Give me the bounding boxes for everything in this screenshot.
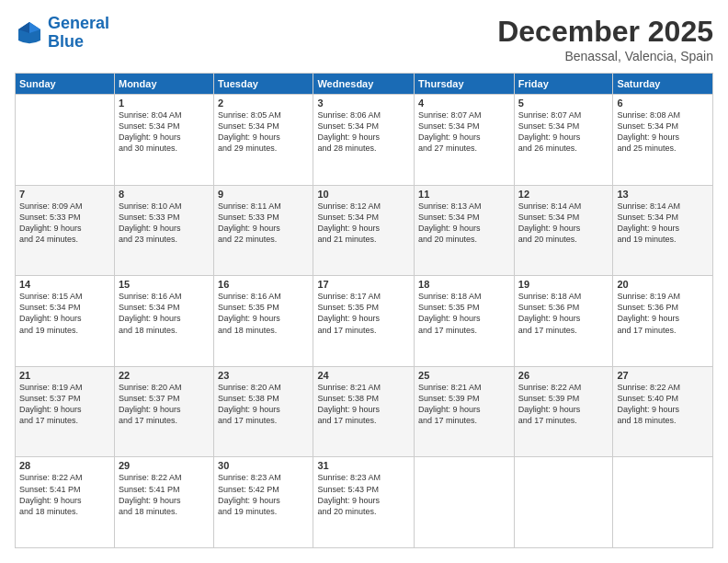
table-row: 20Sunrise: 8:19 AM Sunset: 5:36 PM Dayli… [613, 276, 713, 367]
table-row [514, 457, 613, 548]
day-number: 23 [218, 370, 309, 381]
table-row [16, 95, 115, 186]
day-number: 16 [218, 279, 309, 290]
day-number: 27 [617, 370, 709, 381]
day-info: Sunrise: 8:07 AM Sunset: 5:34 PM Dayligh… [518, 109, 609, 155]
day-info: Sunrise: 8:20 AM Sunset: 5:38 PM Dayligh… [218, 382, 309, 427]
day-info: Sunrise: 8:17 AM Sunset: 5:35 PM Dayligh… [317, 291, 410, 336]
calendar-table: Sunday Monday Tuesday Wednesday Thursday… [15, 73, 713, 548]
day-number: 17 [317, 279, 410, 290]
table-row: 13Sunrise: 8:14 AM Sunset: 5:34 PM Dayli… [613, 185, 713, 276]
table-row [613, 457, 713, 548]
table-row: 29Sunrise: 8:22 AM Sunset: 5:41 PM Dayli… [114, 457, 213, 548]
table-row: 25Sunrise: 8:21 AM Sunset: 5:39 PM Dayli… [415, 366, 515, 457]
day-number: 25 [418, 370, 510, 381]
day-number: 20 [617, 279, 709, 290]
logo: General Blue [15, 15, 109, 52]
table-row: 27Sunrise: 8:22 AM Sunset: 5:40 PM Dayli… [613, 366, 713, 457]
day-info: Sunrise: 8:16 AM Sunset: 5:34 PM Dayligh… [119, 291, 210, 336]
day-info: Sunrise: 8:15 AM Sunset: 5:34 PM Dayligh… [19, 291, 110, 336]
day-info: Sunrise: 8:08 AM Sunset: 5:34 PM Dayligh… [617, 109, 709, 155]
logo-line1: General [48, 14, 109, 32]
day-number: 31 [317, 460, 410, 471]
table-row: 23Sunrise: 8:20 AM Sunset: 5:38 PM Dayli… [214, 366, 313, 457]
table-row [415, 457, 515, 548]
day-number: 19 [518, 279, 609, 290]
day-number: 22 [119, 370, 210, 381]
day-info: Sunrise: 8:22 AM Sunset: 5:41 PM Dayligh… [119, 472, 210, 517]
table-row: 30Sunrise: 8:23 AM Sunset: 5:42 PM Dayli… [214, 457, 313, 548]
logo-text: General Blue [48, 15, 109, 52]
day-number: 3 [317, 98, 410, 109]
title-block: December 2025 Benassal, Valencia, Spain [497, 15, 713, 63]
header-row: Sunday Monday Tuesday Wednesday Thursday… [16, 74, 713, 95]
day-info: Sunrise: 8:18 AM Sunset: 5:36 PM Dayligh… [518, 291, 609, 336]
page: General Blue December 2025 Benassal, Val… [0, 0, 728, 563]
logo-icon [15, 18, 44, 48]
table-row: 28Sunrise: 8:22 AM Sunset: 5:41 PM Dayli… [16, 457, 115, 548]
table-row: 12Sunrise: 8:14 AM Sunset: 5:34 PM Dayli… [514, 185, 613, 276]
day-info: Sunrise: 8:19 AM Sunset: 5:36 PM Dayligh… [617, 291, 709, 336]
table-row: 24Sunrise: 8:21 AM Sunset: 5:38 PM Dayli… [313, 366, 415, 457]
table-row: 16Sunrise: 8:16 AM Sunset: 5:35 PM Dayli… [214, 276, 313, 367]
col-header-friday: Friday [514, 74, 613, 95]
day-info: Sunrise: 8:05 AM Sunset: 5:34 PM Dayligh… [218, 109, 309, 155]
day-number: 24 [317, 370, 410, 381]
day-number: 8 [119, 189, 210, 200]
table-row: 2Sunrise: 8:05 AM Sunset: 5:34 PM Daylig… [214, 95, 313, 186]
col-header-tuesday: Tuesday [214, 74, 313, 95]
table-row: 19Sunrise: 8:18 AM Sunset: 5:36 PM Dayli… [514, 276, 613, 367]
table-row: 22Sunrise: 8:20 AM Sunset: 5:37 PM Dayli… [114, 366, 213, 457]
day-info: Sunrise: 8:12 AM Sunset: 5:34 PM Dayligh… [317, 201, 410, 246]
day-number: 9 [218, 189, 309, 200]
day-info: Sunrise: 8:20 AM Sunset: 5:37 PM Dayligh… [119, 382, 210, 427]
day-number: 28 [19, 460, 110, 471]
day-number: 29 [119, 460, 210, 471]
table-row: 9Sunrise: 8:11 AM Sunset: 5:33 PM Daylig… [214, 185, 313, 276]
col-header-thursday: Thursday [415, 74, 515, 95]
day-info: Sunrise: 8:18 AM Sunset: 5:35 PM Dayligh… [418, 291, 510, 336]
day-number: 6 [617, 98, 709, 109]
day-number: 15 [119, 279, 210, 290]
table-row: 6Sunrise: 8:08 AM Sunset: 5:34 PM Daylig… [613, 95, 713, 186]
col-header-wednesday: Wednesday [313, 74, 415, 95]
table-row: 26Sunrise: 8:22 AM Sunset: 5:39 PM Dayli… [514, 366, 613, 457]
table-row: 31Sunrise: 8:23 AM Sunset: 5:43 PM Dayli… [313, 457, 415, 548]
table-row: 1Sunrise: 8:04 AM Sunset: 5:34 PM Daylig… [114, 95, 213, 186]
table-row: 21Sunrise: 8:19 AM Sunset: 5:37 PM Dayli… [16, 366, 115, 457]
day-info: Sunrise: 8:16 AM Sunset: 5:35 PM Dayligh… [218, 291, 309, 336]
table-row: 10Sunrise: 8:12 AM Sunset: 5:34 PM Dayli… [313, 185, 415, 276]
logo-line2: Blue [48, 32, 84, 51]
table-row: 7Sunrise: 8:09 AM Sunset: 5:33 PM Daylig… [16, 185, 115, 276]
day-number: 11 [418, 189, 510, 200]
table-row: 14Sunrise: 8:15 AM Sunset: 5:34 PM Dayli… [16, 276, 115, 367]
col-header-saturday: Saturday [613, 74, 713, 95]
day-info: Sunrise: 8:13 AM Sunset: 5:34 PM Dayligh… [418, 201, 510, 246]
day-number: 12 [518, 189, 609, 200]
day-number: 13 [617, 189, 709, 200]
day-info: Sunrise: 8:14 AM Sunset: 5:34 PM Dayligh… [617, 201, 709, 246]
day-number: 5 [518, 98, 609, 109]
day-info: Sunrise: 8:19 AM Sunset: 5:37 PM Dayligh… [19, 382, 110, 427]
day-number: 7 [19, 189, 110, 200]
day-number: 21 [19, 370, 110, 381]
table-row: 5Sunrise: 8:07 AM Sunset: 5:34 PM Daylig… [514, 95, 613, 186]
table-row: 18Sunrise: 8:18 AM Sunset: 5:35 PM Dayli… [415, 276, 515, 367]
day-number: 10 [317, 189, 410, 200]
day-number: 4 [418, 98, 510, 109]
day-number: 26 [518, 370, 609, 381]
table-row: 11Sunrise: 8:13 AM Sunset: 5:34 PM Dayli… [415, 185, 515, 276]
col-header-monday: Monday [114, 74, 213, 95]
day-info: Sunrise: 8:06 AM Sunset: 5:34 PM Dayligh… [317, 109, 410, 155]
table-row: 15Sunrise: 8:16 AM Sunset: 5:34 PM Dayli… [114, 276, 213, 367]
day-number: 18 [418, 279, 510, 290]
day-info: Sunrise: 8:22 AM Sunset: 5:41 PM Dayligh… [19, 472, 110, 517]
day-info: Sunrise: 8:22 AM Sunset: 5:40 PM Dayligh… [617, 382, 709, 427]
day-number: 1 [119, 98, 210, 109]
day-info: Sunrise: 8:10 AM Sunset: 5:33 PM Dayligh… [119, 201, 210, 246]
day-info: Sunrise: 8:07 AM Sunset: 5:34 PM Dayligh… [418, 109, 510, 155]
day-number: 2 [218, 98, 309, 109]
day-info: Sunrise: 8:09 AM Sunset: 5:33 PM Dayligh… [19, 201, 110, 246]
day-number: 30 [218, 460, 309, 471]
day-info: Sunrise: 8:23 AM Sunset: 5:42 PM Dayligh… [218, 472, 309, 517]
